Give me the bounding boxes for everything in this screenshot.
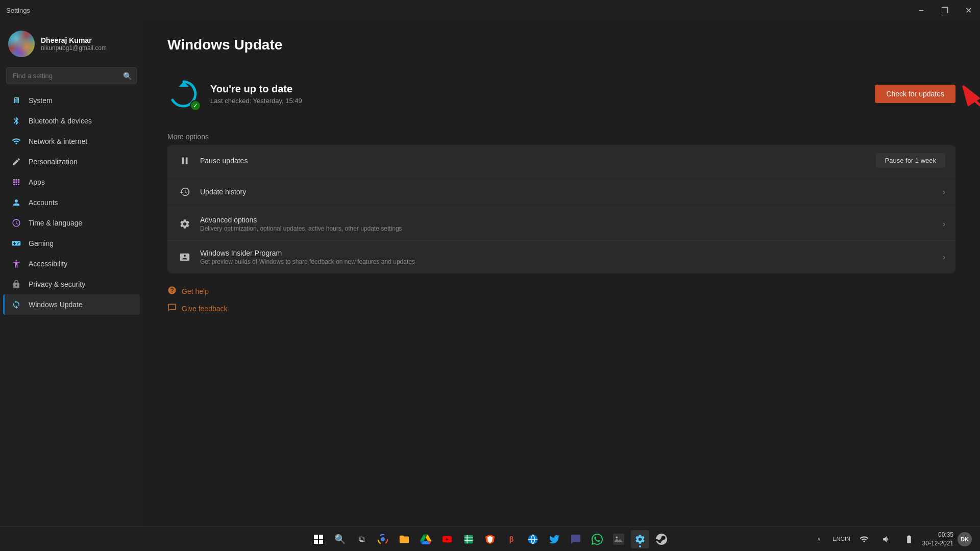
app-body: Dheeraj Kumar nikunpubg1@gmail.com 🔍 🖥 S… (0, 20, 980, 527)
feedback-icon (167, 303, 177, 314)
close-button[interactable]: ✕ (957, 0, 980, 20)
pause-text: Pause updates (200, 157, 248, 165)
sidebar: Dheeraj Kumar nikunpubg1@gmail.com 🔍 🖥 S… (0, 20, 143, 527)
advanced-text: Advanced options Delivery optimization, … (200, 216, 402, 232)
personalization-icon (11, 157, 21, 167)
battery-icon[interactable] (900, 530, 918, 548)
chrome-icon[interactable] (374, 530, 392, 548)
svg-point-13 (616, 536, 618, 538)
sidebar-item-accessibility[interactable]: Accessibility (3, 254, 140, 274)
avatar-image (8, 31, 35, 57)
status-last-checked: Last checked: Yesterday, 15:49 (210, 97, 302, 105)
sheets-icon[interactable] (459, 530, 478, 548)
settings-taskbar-icon[interactable] (631, 530, 649, 548)
bitdefender-icon[interactable]: β (502, 530, 521, 548)
main-content: Windows Update ✓ You're up to date Last … (143, 20, 980, 527)
check-updates-button[interactable]: Check for updates (875, 85, 955, 103)
sidebar-item-label: Apps (29, 178, 45, 186)
language-indicator[interactable]: ENG IN (832, 530, 851, 548)
insider-description: Get preview builds of Windows to share f… (200, 258, 415, 265)
sidebar-item-apps[interactable]: Apps (3, 172, 140, 192)
sidebar-item-gaming[interactable]: Gaming (3, 233, 140, 254)
wifi-icon[interactable] (855, 530, 873, 548)
sidebar-item-accounts[interactable]: Accounts (3, 192, 140, 213)
browser-icon[interactable] (524, 530, 542, 548)
sidebar-item-update[interactable]: Windows Update (3, 294, 140, 315)
options-list: Pause updates Pause for 1 week Update hi… (167, 145, 955, 273)
gaming-icon (11, 238, 21, 248)
search-input[interactable] (6, 67, 137, 84)
taskbar-search-button[interactable]: 🔍 (331, 530, 349, 548)
advanced-title: Advanced options (200, 216, 402, 224)
update-history-row[interactable]: Update history › (167, 177, 955, 208)
give-feedback-link[interactable]: Give feedback (167, 303, 955, 314)
sidebar-item-network[interactable]: Network & internet (3, 131, 140, 152)
notifications-button[interactable]: DK (958, 532, 972, 546)
sidebar-item-label: System (29, 96, 53, 105)
check-badge: ✓ (190, 100, 201, 111)
taskbar: 🔍 ⧉ β (0, 527, 980, 551)
steam-icon[interactable] (652, 530, 671, 548)
sidebar-item-label: Personalization (29, 158, 78, 166)
region-label: IN (845, 536, 850, 542)
insider-icon (178, 250, 192, 264)
maximize-button[interactable]: ❐ (933, 0, 957, 20)
user-info: Dheeraj Kumar nikunpubg1@gmail.com (41, 36, 107, 52)
feedback-label: Give feedback (182, 305, 228, 313)
minimize-button[interactable]: – (910, 0, 933, 20)
pause-updates-row[interactable]: Pause updates Pause for 1 week (167, 145, 955, 177)
get-help-icon (167, 286, 177, 297)
sidebar-item-privacy[interactable]: Privacy & security (3, 274, 140, 294)
help-links: Get help Give feedback (167, 286, 955, 314)
google-drive-icon[interactable] (416, 530, 435, 548)
whatsapp-icon[interactable] (588, 530, 606, 548)
advanced-options-row[interactable]: Advanced options Delivery optimization, … (167, 208, 955, 241)
twitter-icon[interactable] (545, 530, 564, 548)
pause-for-week-button[interactable]: Pause for 1 week (876, 153, 945, 168)
youtube-icon[interactable] (438, 530, 456, 548)
volume-icon[interactable] (877, 530, 896, 548)
svg-point-4 (381, 537, 384, 541)
red-arrow (955, 74, 980, 120)
sidebar-item-label: Accessibility (29, 260, 67, 268)
option-right: › (943, 253, 945, 261)
insider-title: Windows Insider Program (200, 249, 415, 257)
sidebar-item-system[interactable]: 🖥 System (3, 90, 140, 111)
task-view-button[interactable]: ⧉ (352, 530, 371, 548)
search-icon: 🔍 (123, 72, 132, 80)
messages-icon[interactable] (567, 530, 585, 548)
advanced-icon (178, 217, 192, 231)
titlebar-controls: – ❐ ✕ (910, 0, 980, 20)
sidebar-item-label: Accounts (29, 198, 58, 207)
system-icon: 🖥 (11, 95, 21, 106)
active-indicator (639, 545, 641, 547)
file-explorer-icon[interactable] (395, 530, 413, 548)
user-name: Dheeraj Kumar (41, 36, 107, 44)
get-help-link[interactable]: Get help (167, 286, 955, 297)
photos-icon[interactable] (609, 530, 628, 548)
lang-label: ENG (832, 536, 845, 542)
notification-chevron[interactable]: ∧ (810, 530, 828, 548)
sidebar-item-label: Gaming (29, 239, 54, 247)
clock: 00:35 30-12-2021 (922, 531, 953, 548)
pause-icon (178, 154, 192, 168)
svg-rect-12 (613, 534, 624, 545)
privacy-icon (11, 279, 21, 289)
advanced-description: Delivery optimization, optional updates,… (200, 225, 402, 232)
history-text: Update history (200, 188, 246, 196)
option-right: › (943, 220, 945, 228)
search-box[interactable]: 🔍 (6, 67, 137, 84)
sidebar-item-bluetooth[interactable]: Bluetooth & devices (3, 111, 140, 131)
sidebar-item-time[interactable]: Time & language (3, 213, 140, 233)
option-left: Update history (178, 185, 246, 199)
svg-rect-5 (464, 535, 473, 543)
avatar (8, 31, 35, 57)
start-button[interactable] (309, 530, 328, 548)
insider-program-row[interactable]: Windows Insider Program Get preview buil… (167, 241, 955, 273)
time-display: 00:35 (922, 531, 953, 539)
brave-icon[interactable] (481, 530, 499, 548)
chevron-right-icon: › (943, 220, 945, 228)
sidebar-item-label: Privacy & security (29, 280, 85, 288)
sidebar-item-personalization[interactable]: Personalization (3, 152, 140, 172)
option-right: Pause for 1 week (876, 153, 945, 168)
